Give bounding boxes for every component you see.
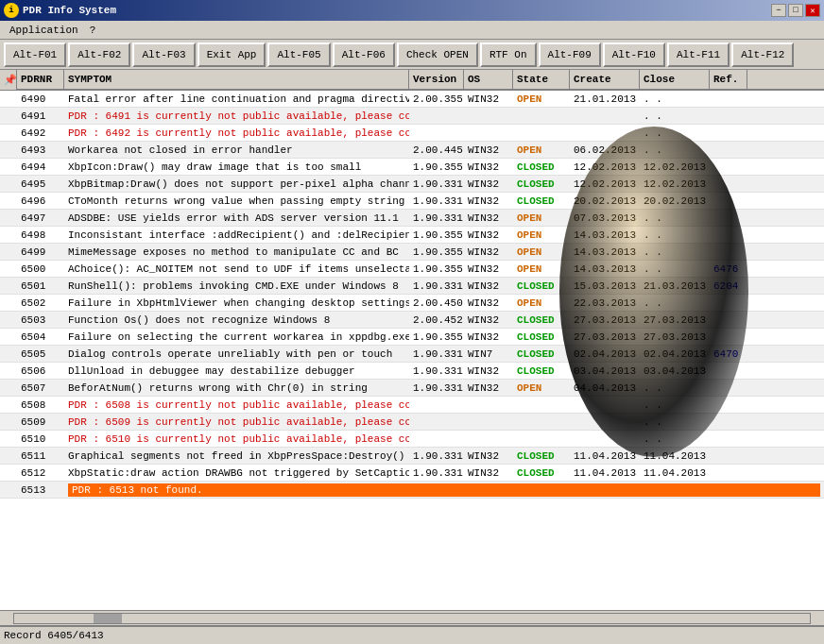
close-button[interactable]: ✕ [805, 4, 820, 17]
cell-os: WIN7 [464, 346, 513, 363]
btn-alt-f10[interactable]: Alt-F10 [603, 42, 665, 67]
cell-state: CLOSED [513, 329, 570, 346]
col-header-state[interactable]: State [513, 70, 570, 90]
table-row[interactable]: 6509 PDR : 6509 is currently not public … [0, 414, 824, 431]
table-row[interactable]: 6505 Dialog controls operate unreliably … [0, 346, 824, 363]
maximize-button[interactable]: □ [788, 4, 803, 17]
table-row[interactable]: 6512 XbpStatic:draw action DRAWBG not tr… [0, 465, 824, 482]
table-row[interactable]: 6494 XbpIcon:Draw() may draw image that … [0, 159, 824, 176]
btn-alt-f12[interactable]: Alt-F12 [731, 42, 794, 67]
table-row[interactable]: 6499 MimeMessage exposes no method to ma… [0, 244, 824, 261]
table-row[interactable]: 6501 RunShell(): problems invoking CMD.E… [0, 278, 824, 295]
cell-os [464, 431, 513, 448]
table-row[interactable]: 6495 XbpBitmap:Draw() does not support p… [0, 176, 824, 193]
table-row[interactable]: 6513 PDR : 6513 not found. [0, 482, 824, 499]
col-header-ref[interactable]: Ref. [710, 70, 747, 90]
btn-rtf-on[interactable]: RTF On [480, 42, 537, 67]
cell-close: 12.02.2013 [640, 176, 710, 193]
col-header-version[interactable]: Version [409, 70, 464, 90]
cell-version: 1.90.331 [409, 380, 464, 397]
cell-close: . . [640, 125, 710, 142]
btn-alt-f03[interactable]: Alt-F03 [132, 42, 195, 67]
cell-create [570, 397, 640, 414]
table-row[interactable]: 6506 DllUnload in debuggee may destabili… [0, 363, 824, 380]
cell-os: WIN32 [464, 380, 513, 397]
window-title: PDR Info System [23, 5, 116, 16]
cell-close: . . [640, 227, 710, 244]
table-row[interactable]: 6498 Inconsistant interface :addRecipien… [0, 227, 824, 244]
scrollbar-track[interactable] [13, 613, 811, 624]
ref-link[interactable]: 6204 [713, 280, 738, 292]
table-row[interactable]: 6496 CToMonth returns wrong value when p… [0, 193, 824, 210]
ref-link[interactable]: 6476 [713, 263, 738, 275]
cell-state: CLOSED [513, 312, 570, 329]
btn-check-open[interactable]: Check OPEN [397, 42, 478, 67]
btn-alt-f09[interactable]: Alt-F09 [539, 42, 601, 67]
cell-version: 1.90.331 [409, 346, 464, 363]
table-row[interactable]: 6503 Function Os() does not recognize Wi… [0, 312, 824, 329]
cell-os: WIN32 [464, 465, 513, 482]
cell-pdrnr: 6499 [17, 244, 64, 261]
cell-symptom: AChoice(): AC_NOITEM not send to UDF if … [64, 261, 409, 278]
cell-pin [0, 210, 17, 227]
cell-pin [0, 142, 17, 159]
table-row[interactable]: 6490 Fatal error after line continuation… [0, 91, 824, 108]
table-row[interactable]: 6511 Graphical segments not freed in Xbp… [0, 448, 824, 465]
menu-application[interactable]: Application [4, 23, 84, 38]
scrollbar-thumb[interactable] [94, 614, 122, 623]
cell-state [513, 108, 570, 125]
cell-version: 1.90.331 [409, 176, 464, 193]
table-row[interactable]: 6510 PDR : 6510 is currently not public … [0, 431, 824, 448]
cell-os: WIN32 [464, 448, 513, 465]
cell-ref [710, 244, 747, 261]
table-row[interactable]: 6500 AChoice(): AC_NOITEM not send to UD… [0, 261, 824, 278]
table-row[interactable]: 6497 ADSDBE: USE yields error with ADS s… [0, 210, 824, 227]
cell-pin [0, 261, 17, 278]
toolbar: Alt-F01 Alt-F02 Alt-F03 Exit App Alt-F05… [0, 40, 824, 70]
col-header-symptom[interactable]: SYMPTOM [64, 70, 409, 90]
col-header-pdrnr[interactable]: PDRNR [17, 70, 64, 90]
minimize-button[interactable]: − [771, 4, 786, 17]
cell-close: 11.04.2013 [640, 465, 710, 482]
col-header-os[interactable]: OS [464, 70, 513, 90]
ref-link[interactable]: 6470 [713, 348, 738, 360]
cell-close: . . [640, 210, 710, 227]
cell-os: WIN32 [464, 329, 513, 346]
cell-os: WIN32 [464, 210, 513, 227]
table-row[interactable]: 6507 BeforAtNum() returns wrong with Chr… [0, 380, 824, 397]
col-header-close[interactable]: Close [640, 70, 710, 90]
cell-os: WIN32 [464, 278, 513, 295]
cell-create: 14.03.2013 [570, 261, 640, 278]
horizontal-scrollbar[interactable] [0, 610, 824, 625]
cell-version: 2.00.445 [409, 142, 464, 159]
cell-create: 22.03.2013 [570, 295, 640, 312]
col-header-create[interactable]: Create [570, 70, 640, 90]
cell-create: 21.01.2013 [570, 91, 640, 108]
cell-pin [0, 244, 17, 261]
btn-alt-f01[interactable]: Alt-F01 [4, 42, 66, 67]
table-header: 📌 PDRNR SYMPTOM Version OS State Create … [0, 70, 824, 91]
cell-state: OPEN [513, 210, 570, 227]
table-row[interactable]: 6492 PDR : 6492 is currently not public … [0, 125, 824, 142]
cell-symptom: PDR : 6510 is currently not public avail… [64, 431, 409, 448]
cell-pdrnr: 6503 [17, 312, 64, 329]
btn-exit-app[interactable]: Exit App [197, 42, 266, 67]
btn-alt-f05[interactable]: Alt-F05 [267, 42, 330, 67]
table-row[interactable]: 6493 Workarea not closed in error handle… [0, 142, 824, 159]
cell-version: 1.90.331 [409, 465, 464, 482]
btn-alt-f06[interactable]: Alt-F06 [333, 42, 395, 67]
btn-alt-f11[interactable]: Alt-F11 [667, 42, 730, 67]
menu-help[interactable]: ? [84, 23, 102, 38]
cell-symptom: PDR : 6492 is currently not public avail… [64, 125, 409, 142]
table-row[interactable]: 6508 PDR : 6508 is currently not public … [0, 397, 824, 414]
cell-state: CLOSED [513, 278, 570, 295]
cell-state: CLOSED [513, 448, 570, 465]
cell-create: 12.02.2013 [570, 159, 640, 176]
table-row[interactable]: 6491 PDR : 6491 is currently not public … [0, 108, 824, 125]
cell-create: 27.03.2013 [570, 329, 640, 346]
btn-alt-f02[interactable]: Alt-F02 [68, 42, 130, 67]
cell-version: 2.00.450 [409, 295, 464, 312]
table-row[interactable]: 6504 Failure on selecting the current wo… [0, 329, 824, 346]
cell-version [409, 431, 464, 448]
table-row[interactable]: 6502 Failure in XbpHtmlViewer when chang… [0, 295, 824, 312]
